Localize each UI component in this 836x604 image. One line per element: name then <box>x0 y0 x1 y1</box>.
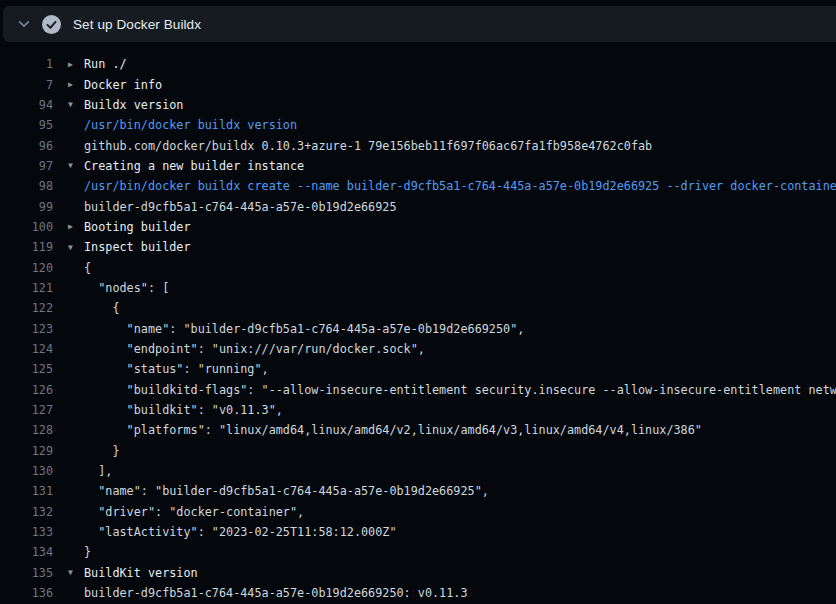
log-line: 131 "name": "builder-d9cfb5a1-c764-445a-… <box>0 481 836 501</box>
output-text: "nodes": [ <box>84 281 169 295</box>
collapse-group-icon[interactable]: ▼ <box>53 100 84 109</box>
log-line: 134} <box>0 542 836 562</box>
line-number[interactable]: 126 <box>0 383 53 397</box>
group-title: Creating a new builder instance <box>84 159 304 173</box>
log-line: 96github.com/docker/buildx 0.10.3+azure-… <box>0 135 836 155</box>
expand-group-icon[interactable]: ▶ <box>53 222 84 231</box>
line-number[interactable]: 97 <box>0 159 53 173</box>
log-line: 122 { <box>0 298 836 318</box>
collapse-group-icon[interactable]: ▼ <box>53 161 84 170</box>
line-number[interactable]: 131 <box>0 484 53 498</box>
line-number[interactable]: 129 <box>0 444 53 458</box>
output-text: "endpoint": "unix:///var/run/docker.sock… <box>84 342 425 356</box>
collapse-group-icon[interactable]: ▼ <box>53 243 84 252</box>
line-number[interactable]: 130 <box>0 464 53 478</box>
output-text: builder-d9cfb5a1-c764-445a-a57e-0b19d2e6… <box>84 586 468 600</box>
chevron-down-icon[interactable] <box>17 17 31 31</box>
expand-group-icon[interactable]: ▶ <box>53 60 84 69</box>
command-text: /usr/bin/docker buildx create --name bui… <box>84 179 836 193</box>
group-title: Docker info <box>84 78 162 92</box>
output-text: github.com/docker/buildx 0.10.3+azure-1 … <box>84 139 652 153</box>
output-text: { <box>84 301 120 315</box>
line-number[interactable]: 122 <box>0 301 53 315</box>
group-title: Buildx version <box>84 98 183 112</box>
line-number[interactable]: 98 <box>0 179 53 193</box>
group-title: Booting builder <box>84 220 191 234</box>
output-text: "platforms": "linux/amd64,linux/amd64/v2… <box>84 423 702 437</box>
line-number[interactable]: 120 <box>0 261 53 275</box>
log-group-row[interactable]: 94▼Buildx version <box>0 95 836 115</box>
line-number[interactable]: 128 <box>0 423 53 437</box>
step-title: Set up Docker Buildx <box>73 17 201 32</box>
log-line: 121 "nodes": [ <box>0 278 836 298</box>
output-text: builder-d9cfb5a1-c764-445a-a57e-0b19d2e6… <box>84 200 397 214</box>
output-text: { <box>84 261 91 275</box>
output-text: "name": "builder-d9cfb5a1-c764-445a-a57e… <box>84 322 524 336</box>
step-header[interactable]: Set up Docker Buildx <box>3 6 836 42</box>
log-line: 130 ], <box>0 461 836 481</box>
log-line: 123 "name": "builder-d9cfb5a1-c764-445a-… <box>0 318 836 338</box>
log-group-row[interactable]: 7▶Docker info <box>0 74 836 94</box>
log-line: 124 "endpoint": "unix:///var/run/docker.… <box>0 339 836 359</box>
output-text: ], <box>84 464 112 478</box>
output-text: "name": "builder-d9cfb5a1-c764-445a-a57e… <box>84 484 489 498</box>
log-group-row[interactable]: 100▶Booting builder <box>0 217 836 237</box>
log-group-row[interactable]: 135▼BuildKit version <box>0 563 836 583</box>
line-number[interactable]: 136 <box>0 586 53 600</box>
output-text: "driver": "docker-container", <box>84 505 304 519</box>
line-number[interactable]: 94 <box>0 98 53 112</box>
log-line: 126 "buildkitd-flags": "--allow-insecure… <box>0 380 836 400</box>
line-number[interactable]: 132 <box>0 505 53 519</box>
line-number[interactable]: 133 <box>0 525 53 539</box>
output-text: } <box>84 444 120 458</box>
log-line: 128 "platforms": "linux/amd64,linux/amd6… <box>0 420 836 440</box>
command-text: /usr/bin/docker buildx version <box>84 118 297 132</box>
log-line: 120{ <box>0 257 836 277</box>
log-line: 99builder-d9cfb5a1-c764-445a-a57e-0b19d2… <box>0 196 836 216</box>
line-number[interactable]: 123 <box>0 322 53 336</box>
output-text: "buildkitd-flags": "--allow-insecure-ent… <box>84 383 836 397</box>
log-group-row[interactable]: 97▼Creating a new builder instance <box>0 156 836 176</box>
output-text: } <box>84 545 91 559</box>
line-number[interactable]: 7 <box>0 78 53 92</box>
line-number[interactable]: 96 <box>0 139 53 153</box>
line-number[interactable]: 124 <box>0 342 53 356</box>
line-number[interactable]: 1 <box>0 57 53 71</box>
log-line: 98/usr/bin/docker buildx create --name b… <box>0 176 836 196</box>
log-group-row[interactable]: 119▼Inspect builder <box>0 237 836 257</box>
log-line: 129 } <box>0 441 836 461</box>
log-line: 136builder-d9cfb5a1-c764-445a-a57e-0b19d… <box>0 583 836 603</box>
line-number[interactable]: 121 <box>0 281 53 295</box>
output-text: "lastActivity": "2023-02-25T11:58:12.000… <box>84 525 397 539</box>
line-number[interactable]: 100 <box>0 220 53 234</box>
log-line: 95/usr/bin/docker buildx version <box>0 115 836 135</box>
line-number[interactable]: 135 <box>0 566 53 580</box>
line-number[interactable]: 125 <box>0 362 53 376</box>
collapse-group-icon[interactable]: ▼ <box>53 568 84 577</box>
line-number[interactable]: 119 <box>0 240 53 254</box>
output-text: "status": "running", <box>84 362 269 376</box>
log-group-row[interactable]: 1▶Run ./ <box>0 54 836 74</box>
line-number[interactable]: 134 <box>0 545 53 559</box>
log-viewer: 1▶Run ./7▶Docker info94▼Buildx version95… <box>0 42 836 603</box>
check-circle-icon <box>41 14 61 34</box>
group-title: Run ./ <box>84 57 127 71</box>
output-text: "buildkit": "v0.11.3", <box>84 403 283 417</box>
log-line: 132 "driver": "docker-container", <box>0 502 836 522</box>
line-number[interactable]: 99 <box>0 200 53 214</box>
line-number[interactable]: 95 <box>0 118 53 132</box>
group-title: Inspect builder <box>84 240 191 254</box>
group-title: BuildKit version <box>84 566 198 580</box>
log-line: 127 "buildkit": "v0.11.3", <box>0 400 836 420</box>
expand-group-icon[interactable]: ▶ <box>53 80 84 89</box>
log-line: 125 "status": "running", <box>0 359 836 379</box>
line-number[interactable]: 127 <box>0 403 53 417</box>
log-line: 133 "lastActivity": "2023-02-25T11:58:12… <box>0 522 836 542</box>
